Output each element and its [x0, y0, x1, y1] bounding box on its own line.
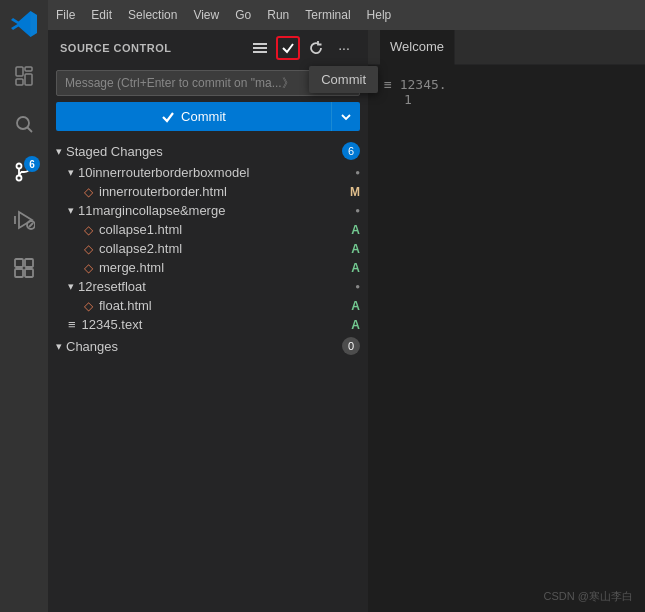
editor-line2: 1 — [384, 92, 629, 107]
folder-chevron-icon: ▾ — [68, 166, 74, 179]
folder-12resetfloat[interactable]: ▾ 12resetfloat ● — [48, 277, 368, 296]
svg-line-14 — [29, 223, 33, 227]
editor-tab-bar: Welcome — [368, 30, 645, 65]
svg-rect-3 — [16, 79, 23, 85]
vscode-logo — [4, 4, 44, 44]
folder-name: 11margincollapse&merge — [78, 203, 225, 218]
file-merge[interactable]: ◇ merge.html A — [48, 258, 368, 277]
source-control-badge: 6 — [24, 156, 40, 172]
menu-run[interactable]: Run — [267, 8, 289, 22]
changes-header[interactable]: ▾ Changes 0 — [48, 334, 368, 358]
html-file-icon: ◇ — [84, 242, 93, 256]
svg-rect-0 — [16, 67, 23, 76]
svg-rect-21 — [253, 51, 267, 53]
editor-line1: ≡ 12345. — [384, 77, 629, 92]
panel-title: SOURCE CONTROL — [60, 42, 172, 54]
file-name: collapse1.html — [99, 222, 182, 237]
html-file-icon: ◇ — [84, 299, 93, 313]
folder-11margincollapse[interactable]: ▾ 11margincollapse&merge ● — [48, 201, 368, 220]
file-name: merge.html — [99, 260, 164, 275]
html-file-icon: ◇ — [84, 261, 93, 275]
staged-chevron-icon: ▾ — [56, 145, 62, 158]
svg-point-7 — [17, 176, 22, 181]
extensions-icon[interactable] — [4, 248, 44, 288]
menu-help[interactable]: Help — [367, 8, 392, 22]
editor-content: ≡ 12345. 1 — [368, 65, 645, 612]
menu-file[interactable]: File — [56, 8, 75, 22]
stash-button[interactable] — [248, 36, 272, 60]
staged-changes-label: Staged Changes — [66, 144, 163, 159]
svg-point-4 — [17, 117, 29, 129]
file-status-a: A — [351, 223, 360, 237]
content-area: SOURCE CONTROL — [48, 30, 645, 612]
activity-bar: 6 — [0, 0, 48, 612]
changes-label: Changes — [66, 339, 118, 354]
menu-bar: File Edit Selection View Go Run Terminal… — [48, 0, 645, 30]
file-name: float.html — [99, 298, 152, 313]
main-area: File Edit Selection View Go Run Terminal… — [48, 0, 645, 612]
commit-main-button[interactable]: Commit — [56, 102, 331, 131]
commit-check-button[interactable] — [276, 36, 300, 60]
staged-changes-header[interactable]: ▾ Staged Changes 6 — [48, 139, 368, 163]
svg-rect-15 — [15, 259, 23, 267]
file-innerrouterborder[interactable]: ◇ innerrouterborder.html M — [48, 182, 368, 201]
file-name: collapse2.html — [99, 241, 182, 256]
svg-rect-18 — [25, 269, 33, 277]
file-collapse1[interactable]: ◇ collapse1.html A — [48, 220, 368, 239]
folder-chevron-icon: ▾ — [68, 204, 74, 217]
source-control-panel: SOURCE CONTROL — [48, 30, 368, 612]
refresh-button[interactable] — [304, 36, 328, 60]
svg-rect-16 — [25, 259, 33, 267]
more-actions-button[interactable]: ··· — [332, 36, 356, 60]
panel-actions: ··· — [248, 36, 356, 60]
watermark: CSDN @寒山李白 — [544, 589, 633, 604]
file-float[interactable]: ◇ float.html A — [48, 296, 368, 315]
svg-rect-2 — [25, 74, 32, 85]
file-status-a: A — [351, 261, 360, 275]
file-status-a: A — [351, 318, 360, 332]
staged-changes-badge: 6 — [342, 142, 360, 160]
folder-chevron-icon: ▾ — [68, 280, 74, 293]
menu-terminal[interactable]: Terminal — [305, 8, 350, 22]
file-status-a: A — [351, 242, 360, 256]
commit-dropdown-button[interactable] — [331, 102, 360, 131]
html-file-icon: ◇ — [84, 223, 93, 237]
folder-10innerrouter[interactable]: ▾ 10innerrouterborderboxmodel ● — [48, 163, 368, 182]
folder-status-dot: ● — [355, 168, 360, 177]
svg-rect-19 — [253, 43, 267, 45]
changes-chevron-icon: ▾ — [56, 340, 62, 353]
file-12345text[interactable]: ≡ 12345.text A — [48, 315, 368, 334]
svg-rect-20 — [253, 47, 267, 49]
editor-area: Welcome ≡ 12345. 1 — [368, 30, 645, 612]
commit-tooltip: Commit — [309, 66, 378, 93]
commit-button-container: Commit — [48, 102, 368, 139]
menu-go[interactable]: Go — [235, 8, 251, 22]
folder-status-dot: ● — [355, 206, 360, 215]
run-icon[interactable] — [4, 200, 44, 240]
file-status-a: A — [351, 299, 360, 313]
panel-header: SOURCE CONTROL — [48, 30, 368, 66]
svg-rect-17 — [15, 269, 23, 277]
tab-welcome[interactable]: Welcome — [380, 30, 455, 65]
explorer-icon[interactable] — [4, 56, 44, 96]
svg-rect-1 — [25, 67, 32, 71]
menu-selection[interactable]: Selection — [128, 8, 177, 22]
file-name: 12345.text — [82, 317, 143, 332]
html-file-icon: ◇ — [84, 185, 93, 199]
file-tree: ▾ Staged Changes 6 ▾ 10innerrouterborder… — [48, 139, 368, 612]
folder-name: 12resetfloat — [78, 279, 146, 294]
menu-view[interactable]: View — [193, 8, 219, 22]
changes-badge: 0 — [342, 337, 360, 355]
menu-edit[interactable]: Edit — [91, 8, 112, 22]
file-collapse2[interactable]: ◇ collapse2.html A — [48, 239, 368, 258]
folder-status-dot: ● — [355, 282, 360, 291]
source-control-icon[interactable]: 6 — [4, 152, 44, 192]
svg-line-5 — [28, 128, 33, 133]
commit-button-label: Commit — [181, 109, 226, 124]
search-icon[interactable] — [4, 104, 44, 144]
tab-label: Welcome — [390, 39, 444, 54]
file-status-m: M — [350, 185, 360, 199]
folder-name: 10innerrouterborderboxmodel — [78, 165, 249, 180]
svg-point-6 — [17, 164, 22, 169]
text-file-icon: ≡ — [68, 317, 76, 332]
